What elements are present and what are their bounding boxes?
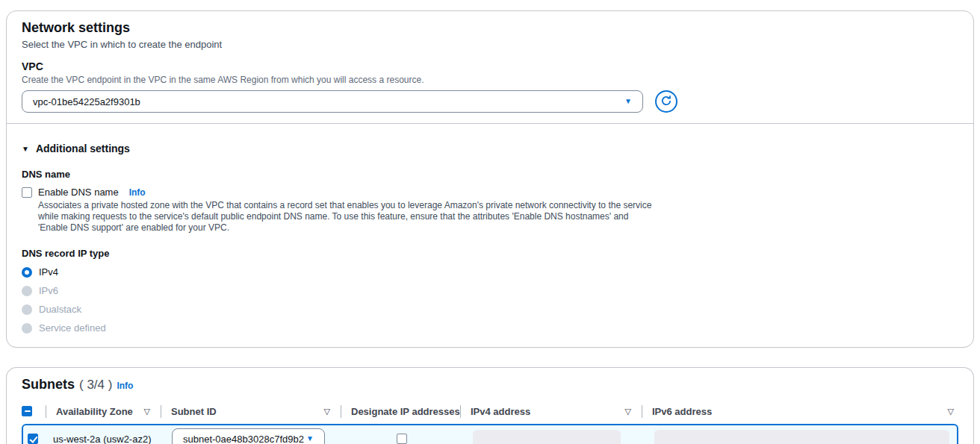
service-defined-radio [22,323,32,334]
network-settings-card: Network settings Select the VPC in which… [6,10,974,348]
dns-name-label: DNS name [22,169,958,180]
expand-caret-icon: ▼ [22,145,29,153]
subnets-card: Subnets ( 3/4 ) Info Availability Zone ▽… [6,367,974,444]
column-label: IPv4 address [471,406,530,417]
vpc-label: VPC [22,60,958,72]
page-title: Network settings [22,19,958,37]
sort-icon[interactable]: ▽ [948,407,958,416]
refresh-button[interactable] [655,90,677,113]
ipv4-radio[interactable] [22,267,32,278]
radio-option-ipv4: IPv4 [22,266,958,278]
dualstack-radio [22,304,32,315]
enable-dns-name-label: Enable DNS name [38,187,119,198]
ipv4-radio-label: IPv4 [39,266,58,278]
ipv4-address-field-disabled [473,430,621,444]
radio-option-dualstack: Dualstack [22,304,958,315]
row-checkbox[interactable] [28,434,38,444]
sort-icon[interactable]: ▽ [625,407,642,416]
column-header-subnet-id[interactable]: Subnet ID ▽ [161,405,341,418]
additional-settings-toggle[interactable]: ▼ Additional settings [22,143,958,154]
subnet-id-select[interactable]: subnet-0ae48b3028c7fd9b2 ▼ [172,428,325,444]
ipv6-address-field-disabled [654,430,949,444]
designate-ip-checkbox[interactable] [397,434,407,444]
column-divider [161,405,161,418]
column-divider [642,405,642,418]
column-label: IPv6 address [652,406,712,417]
column-header-ipv4[interactable]: IPv4 address ▽ [460,405,642,418]
subnets-info-link[interactable]: Info [117,381,133,391]
chevron-down-icon: ▼ [624,98,632,105]
column-label: Subnet ID [171,406,217,417]
column-header-designate-ip: Designate IP addresses [341,405,460,418]
enable-dns-name-row: Enable DNS name Info [22,187,958,198]
column-label: Availability Zone [56,406,133,417]
vpc-select-value: vpc-01be54225a2f9301b [33,96,140,107]
radio-option-ipv6: IPv6 [22,285,958,296]
refresh-icon [660,95,672,109]
subnets-header: Subnets ( 3/4 ) Info [7,368,973,393]
subnets-table-header: Availability Zone ▽ Subnet ID ▽ Designat… [22,403,958,419]
dns-name-description: Associates a private hosted zone with th… [38,200,657,234]
chevron-down-icon: ▼ [306,435,314,443]
sort-icon[interactable]: ▽ [324,407,341,416]
subnets-table-body: us-west-2a (usw2-az2) subnet-0ae48b3028c… [22,424,958,444]
subnets-counter: ( 3/4 ) [79,378,112,393]
column-header-ipv6[interactable]: IPv6 address ▽ [642,405,958,418]
dualstack-radio-label: Dualstack [39,304,81,315]
table-row: us-west-2a (usw2-az2) subnet-0ae48b3028c… [22,424,958,444]
service-defined-radio-label: Service defined [39,322,106,334]
availability-zone-value: us-west-2a (usw2-az2) [47,434,152,444]
vpc-description: Create the VPC endpoint in the VPC in th… [22,75,958,85]
vpc-select-row: vpc-01be54225a2f9301b ▼ [22,90,958,113]
dns-name-info-link[interactable]: Info [129,187,146,198]
ipv6-radio [22,286,32,296]
section-subtitle: Select the VPC in which to create the en… [22,39,958,50]
subnets-title: Subnets [22,377,75,393]
column-divider [341,405,341,418]
column-label: Designate IP addresses [351,406,460,417]
sort-icon[interactable]: ▽ [144,407,161,416]
ipv6-radio-label: IPv6 [39,285,58,296]
subnet-id-value: subnet-0ae48b3028c7fd9b2 [183,434,304,444]
select-all-checkbox[interactable] [22,406,32,416]
additional-settings-label: Additional settings [36,143,130,154]
column-header-availability-zone[interactable]: Availability Zone ▽ [46,405,161,418]
vpc-select[interactable]: vpc-01be54225a2f9301b ▼ [22,90,643,113]
column-divider [46,405,46,418]
radio-option-service-defined: Service defined [22,322,958,334]
column-divider [460,405,461,418]
enable-dns-name-checkbox[interactable] [22,187,32,198]
dns-record-ip-type-label: DNS record IP type [22,248,958,259]
